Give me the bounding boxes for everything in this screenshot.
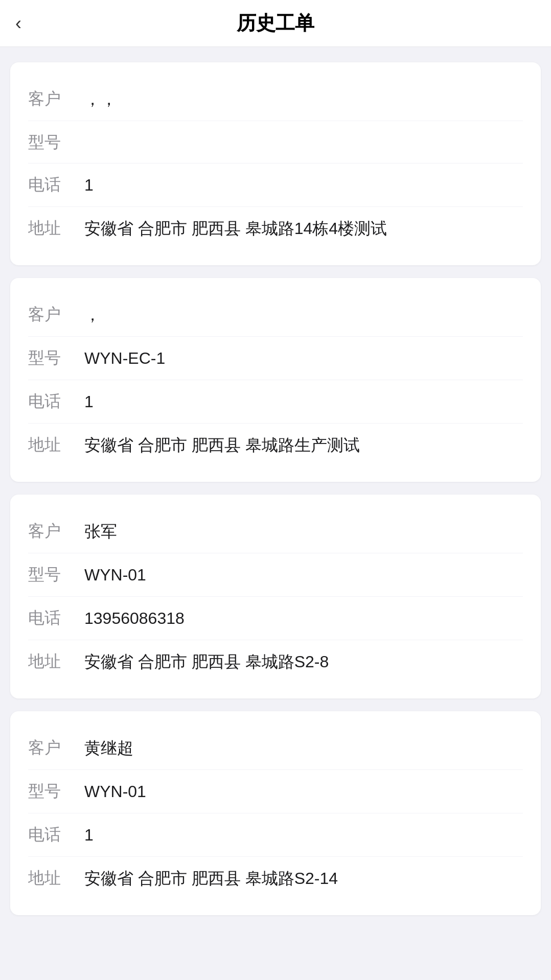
- card-value-0: ，，: [84, 87, 523, 111]
- card-label-3: 地址: [28, 866, 84, 890]
- card-label-0: 客户: [28, 736, 84, 759]
- card-value-0: 张军: [84, 519, 523, 544]
- card-label-1: 型号: [28, 563, 84, 586]
- card-label-2: 电话: [28, 823, 84, 846]
- card-value-1: WYN-EC-1: [84, 346, 523, 370]
- card-value-1: WYN-01: [84, 563, 523, 587]
- card-label-3: 地址: [28, 216, 84, 240]
- card-row: 型号: [28, 121, 523, 164]
- card-label-1: 型号: [28, 779, 84, 803]
- content-area: 客户，，型号电话1地址安徽省 合肥市 肥西县 皋城路14栋4楼测试客户，型号WY…: [0, 47, 551, 930]
- card-value-0: 黄继超: [84, 736, 523, 760]
- card-row: 客户，: [28, 293, 523, 337]
- card-row: 地址安徽省 合肥市 肥西县 皋城路14栋4楼测试: [28, 207, 523, 250]
- card-label-2: 电话: [28, 173, 84, 196]
- card-value-3: 安徽省 合肥市 肥西县 皋城路S2-8: [84, 649, 523, 674]
- card-label-1: 型号: [28, 346, 84, 369]
- card-label-0: 客户: [28, 519, 84, 543]
- card-value-2: 1: [84, 389, 523, 414]
- card-label-3: 地址: [28, 433, 84, 456]
- card-value-2: 13956086318: [84, 606, 523, 631]
- card-label-3: 地址: [28, 649, 84, 673]
- card-row: 型号WYN-01: [28, 553, 523, 597]
- card-value-3: 安徽省 合肥市 肥西县 皋城路生产测试: [84, 433, 523, 457]
- work-order-card-4[interactable]: 客户黄继超型号WYN-01电话1地址安徽省 合肥市 肥西县 皋城路S2-14: [10, 711, 541, 915]
- back-button[interactable]: ‹: [15, 14, 21, 33]
- card-row: 型号WYN-EC-1: [28, 337, 523, 380]
- card-value-3: 安徽省 合肥市 肥西县 皋城路S2-14: [84, 866, 523, 891]
- card-label-2: 电话: [28, 606, 84, 629]
- card-value-0: ，: [84, 302, 523, 327]
- card-label-1: 型号: [28, 130, 84, 154]
- card-value-1: WYN-01: [84, 779, 523, 804]
- card-value-3: 安徽省 合肥市 肥西县 皋城路14栋4楼测试: [84, 216, 523, 241]
- card-row: 电话13956086318: [28, 597, 523, 640]
- card-row: 电话1: [28, 164, 523, 207]
- card-row: 地址安徽省 合肥市 肥西县 皋城路S2-8: [28, 640, 523, 683]
- work-order-card-3[interactable]: 客户张军型号WYN-01电话13956086318地址安徽省 合肥市 肥西县 皋…: [10, 495, 541, 698]
- card-row: 电话1: [28, 380, 523, 424]
- card-label-2: 电话: [28, 389, 84, 413]
- card-row: 地址安徽省 合肥市 肥西县 皋城路生产测试: [28, 424, 523, 466]
- card-row: 电话1: [28, 813, 523, 857]
- card-label-0: 客户: [28, 87, 84, 110]
- card-row: 客户，，: [28, 78, 523, 121]
- work-order-card-2[interactable]: 客户，型号WYN-EC-1电话1地址安徽省 合肥市 肥西县 皋城路生产测试: [10, 278, 541, 482]
- card-label-0: 客户: [28, 302, 84, 326]
- card-row: 客户黄继超: [28, 727, 523, 770]
- app-header: ‹ 历史工单: [0, 0, 551, 47]
- card-row: 地址安徽省 合肥市 肥西县 皋城路S2-14: [28, 857, 523, 900]
- card-value-2: 1: [84, 823, 523, 847]
- page-title: 历史工单: [237, 10, 314, 36]
- card-row: 客户张军: [28, 510, 523, 553]
- work-order-card-1[interactable]: 客户，，型号电话1地址安徽省 合肥市 肥西县 皋城路14栋4楼测试: [10, 62, 541, 265]
- card-row: 型号WYN-01: [28, 770, 523, 813]
- card-value-2: 1: [84, 173, 523, 197]
